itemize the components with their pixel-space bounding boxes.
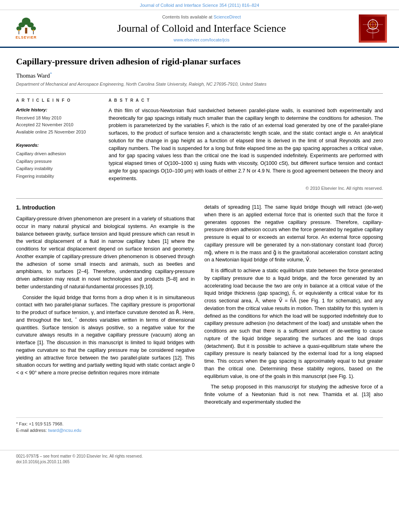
journal-citation: Journal of Colloid and Interface Science… — [140, 3, 259, 8]
elsevier-logo: ELSEVIER — [8, 14, 44, 43]
journal-cover-inner — [359, 14, 387, 43]
keywords-label: Keywords: — [16, 142, 97, 149]
article-info-label: A R T I C L E I N F O — [16, 98, 97, 104]
abstract-col: A B S T R A C T A thin film of viscous-N… — [109, 98, 383, 192]
received-date: Received 18 May 2010 Accepted 22 Novembe… — [16, 115, 97, 136]
body-columns: 1. Introduction Capillary-pressure drive… — [16, 203, 383, 409]
sciencedirect-link[interactable]: ScienceDirect — [214, 14, 241, 19]
page: Journal of Colloid and Interface Science… — [0, 0, 399, 532]
abstract-text: A thin film of viscous-Newtonian fluid s… — [109, 107, 383, 183]
footnote-section: * Fax: +1 919 515 7968. E-mail address: … — [16, 417, 383, 434]
intro-heading: 1. Introduction — [16, 203, 195, 212]
footnote-email: E-mail address: tward@ncsu.edu — [16, 427, 383, 434]
intro-paragraph-2: Consider the liquid bridge that forms fr… — [16, 294, 195, 377]
body-col-left: 1. Introduction Capillary-pressure drive… — [16, 203, 195, 409]
journal-cover-image — [359, 14, 387, 43]
journal-url: www.elsevier.com/locate/jcis — [52, 37, 351, 43]
author-name: Thomas Ward* — [16, 71, 383, 80]
article-title: Capillary-pressure driven adhesion of ri… — [16, 56, 383, 68]
journal-main-title: Journal of Colloid and Interface Science — [52, 22, 351, 35]
body-col-right: details of spreading [11]. The same liqu… — [204, 203, 383, 409]
author-affiliation: Department of Mechanical and Aerospace E… — [16, 81, 383, 88]
footer-doi: doi:10.1016/j.jcis.2010.11.065 — [16, 459, 383, 465]
copyright-line: © 2010 Elsevier Inc. All rights reserved… — [109, 185, 383, 192]
contents-line: Contents lists available at ScienceDirec… — [52, 14, 351, 21]
svg-rect-5 — [25, 28, 27, 33]
article-info-col: A R T I C L E I N F O Article history: R… — [16, 98, 97, 192]
keywords-list: Capillary driven adhesion Capillary pres… — [16, 150, 97, 180]
journal-top-bar: Journal of Colloid and Interface Science… — [0, 0, 399, 10]
elsevier-label: ELSEVIER — [16, 35, 37, 40]
divider-line-2 — [16, 198, 383, 199]
journal-title-center: Contents lists available at ScienceDirec… — [44, 14, 359, 43]
article-history-label: Article history: — [16, 107, 97, 113]
abstract-label: A B S T R A C T — [109, 98, 383, 104]
intro-paragraph-1: Capillary-pressure driven phenomenon are… — [16, 215, 195, 291]
footnote-email-link[interactable]: tward@ncsu.edu — [48, 428, 81, 433]
col2-paragraph-3: The setup proposed in this manuscript fo… — [204, 383, 383, 406]
svg-point-9 — [33, 30, 34, 31]
article-body: Capillary-pressure driven adhesion of ri… — [0, 48, 399, 442]
col2-paragraph-2: It is difficult to achieve a static equi… — [204, 267, 383, 380]
footer-issn: 0021-9797/$ – see front matter © 2010 El… — [16, 454, 383, 460]
journal-header: ELSEVIER Contents lists available at Sci… — [0, 10, 399, 48]
col2-paragraph-1: details of spreading [11]. The same liqu… — [204, 203, 383, 264]
svg-point-7 — [18, 30, 20, 31]
divider-line-1 — [16, 93, 383, 94]
info-abstract-row: A R T I C L E I N F O Article history: R… — [16, 98, 383, 192]
footer-bar: 0021-9797/$ – see front matter © 2010 El… — [0, 450, 399, 468]
elsevier-tree-icon — [14, 17, 38, 35]
footnote-fax: * Fax: +1 919 515 7968. — [16, 421, 383, 427]
